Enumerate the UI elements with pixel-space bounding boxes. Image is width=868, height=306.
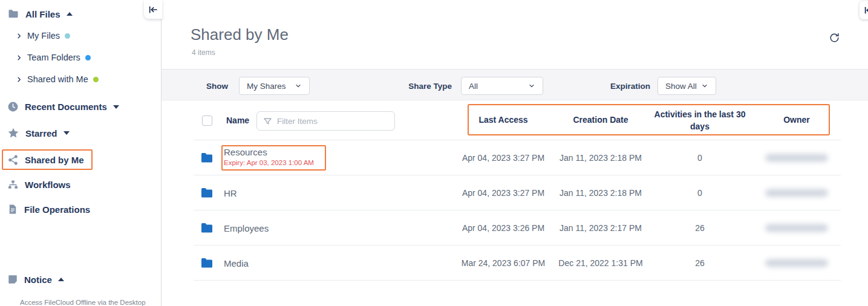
- workflow-icon: [7, 179, 19, 190]
- folder-icon: [7, 8, 19, 20]
- notice-text: Access FileCloud Offline via the Desktop: [20, 299, 159, 306]
- file-name[interactable]: HR: [224, 188, 237, 198]
- last-access-cell: Mar 24, 2023 6:07 PM: [452, 258, 555, 268]
- creation-date-cell: Jan 11, 2023 2:18 PM: [555, 153, 647, 163]
- folder-icon: [198, 151, 215, 165]
- chevron-right-icon: [16, 54, 22, 61]
- activities-cell: 26: [647, 223, 753, 233]
- expiration-filter-value: Show All: [665, 82, 697, 91]
- panel-collapse-button[interactable]: [860, 1, 868, 19]
- status-dot: [85, 55, 91, 60]
- table-row-resources[interactable]: Resources Expiry: Apr 03, 2023 1:00 AM A…: [162, 140, 868, 175]
- activities-cell: 0: [647, 188, 753, 198]
- funnel-icon: [263, 117, 272, 126]
- owner-redacted: [765, 189, 828, 197]
- sidebar-item-label: My Files: [27, 31, 60, 41]
- activities-cell: 26: [647, 258, 753, 268]
- sidebar-item-label: Starred: [25, 128, 57, 138]
- filter-items-field[interactable]: [256, 111, 395, 131]
- caret-down-icon[interactable]: [64, 131, 70, 135]
- sidebar-item-label: All Files: [25, 9, 60, 19]
- last-access-cell: Apr 04, 2023 3:26 PM: [452, 223, 555, 233]
- owner-column-header[interactable]: Owner: [753, 115, 840, 125]
- sidebar-item-all-files[interactable]: All Files: [7, 8, 73, 20]
- sidebar-item-workflows[interactable]: Workflows: [7, 179, 71, 190]
- last-access-column-header[interactable]: Last Access: [452, 115, 555, 125]
- collapse-left-icon: [148, 5, 158, 15]
- folder-icon: [198, 186, 215, 200]
- sidebar-item-team-folders[interactable]: Team Folders: [16, 53, 91, 62]
- collapse-left-icon: [864, 5, 868, 15]
- select-all-checkbox[interactable]: [202, 116, 212, 126]
- sidebar-item-my-files[interactable]: My Files: [16, 31, 70, 41]
- table-row-employees[interactable]: Employees Apr 04, 2023 3:26 PM Jan 11, 2…: [162, 210, 868, 246]
- caret-up-icon[interactable]: [67, 12, 73, 16]
- owner-redacted: [765, 259, 828, 267]
- share-icon: [7, 154, 19, 166]
- star-icon: [7, 127, 19, 139]
- sidebar-item-starred[interactable]: Starred: [7, 127, 70, 139]
- share-type-filter-label: Share Type: [400, 82, 452, 91]
- sidebar-item-shared-with-me[interactable]: Shared with Me: [16, 74, 99, 84]
- activities-column-header[interactable]: Activities in the last 30 days: [647, 108, 753, 132]
- chevron-down-icon: [295, 82, 302, 90]
- table-header: Name Last Access Creation Date Activitie…: [162, 100, 868, 140]
- sidebar-item-label: Shared with Me: [27, 74, 88, 84]
- creation-date-cell: Jan 11, 2023 2:18 PM: [555, 188, 647, 198]
- last-access-cell: Apr 04, 2023 3:27 PM: [452, 153, 555, 163]
- refresh-button[interactable]: [827, 30, 841, 45]
- last-access-cell: Apr 04, 2023 3:27 PM: [452, 188, 555, 198]
- filter-items-input[interactable]: [277, 117, 388, 126]
- sidebar-item-label: Shared by Me: [25, 155, 84, 165]
- caret-up-icon[interactable]: [58, 278, 64, 281]
- show-filter-select[interactable]: My Shares: [239, 77, 310, 95]
- creation-date-column-header[interactable]: Creation Date: [555, 115, 647, 125]
- clock-icon: [7, 101, 19, 112]
- creation-date-cell: Jan 11, 2023 2:17 PM: [555, 223, 647, 233]
- name-column-header: Name: [226, 116, 249, 125]
- filter-bar: Show My Shares Share Type All Expiration…: [162, 69, 868, 100]
- owner-redacted: [765, 154, 828, 162]
- refresh-icon: [829, 32, 840, 44]
- items-count: 4 items: [192, 48, 215, 57]
- sidebar-item-label: Notice: [24, 275, 52, 285]
- sidebar-item-file-operations[interactable]: File Operations: [7, 204, 90, 215]
- page-title: Shared by Me: [191, 25, 289, 44]
- expiration-filter-select[interactable]: Show All: [658, 77, 716, 95]
- share-type-filter-value: All: [469, 82, 478, 91]
- sidebar-item-label: Team Folders: [27, 53, 80, 62]
- expiry-label: Expiry: Apr 03, 2023 1:00 AM: [224, 159, 314, 166]
- file-name[interactable]: Employees: [224, 223, 269, 233]
- chevron-right-icon: [16, 33, 22, 39]
- notice-icon: [7, 274, 18, 285]
- file-name[interactable]: Media: [224, 258, 249, 269]
- sidebar-item-shared-by-me[interactable]: Shared by Me: [7, 154, 84, 166]
- owner-redacted: [765, 224, 828, 232]
- folder-icon: [198, 256, 215, 270]
- chevron-down-icon: [701, 82, 708, 90]
- show-filter-label: Show: [198, 82, 228, 91]
- sidebar-item-notice[interactable]: Notice: [7, 274, 64, 285]
- sidebar-item-label: File Operations: [24, 204, 90, 215]
- chevron-down-icon: [528, 82, 535, 90]
- caret-down-icon[interactable]: [113, 105, 119, 109]
- expiration-filter-label: Expiration: [599, 82, 650, 91]
- table-row-hr[interactable]: HR Apr 04, 2023 3:27 PM Jan 11, 2023 2:1…: [162, 175, 868, 210]
- chevron-right-icon: [16, 76, 22, 83]
- file-name-block[interactable]: Resources Expiry: Apr 03, 2023 1:00 AM: [224, 147, 314, 166]
- file-list: Resources Expiry: Apr 03, 2023 1:00 AM A…: [162, 140, 868, 281]
- creation-date-cell: Dec 21, 2022 1:31 PM: [555, 258, 647, 268]
- sidebar-item-recent-documents[interactable]: Recent Documents: [7, 101, 119, 112]
- show-filter-value: My Shares: [247, 82, 286, 91]
- activities-cell: 0: [647, 153, 753, 163]
- status-dot: [93, 77, 99, 82]
- share-type-filter-select[interactable]: All: [461, 77, 543, 95]
- table-row-media[interactable]: Media Mar 24, 2023 6:07 PM Dec 21, 2022 …: [162, 246, 868, 281]
- file-icon: [7, 204, 18, 215]
- status-dot: [65, 33, 70, 39]
- sidebar-collapse-button[interactable]: [144, 0, 162, 19]
- file-name[interactable]: Resources: [224, 147, 314, 157]
- sidebar-item-label: Recent Documents: [25, 102, 107, 112]
- sidebar-item-label: Workflows: [25, 180, 71, 190]
- sidebar: All Files My Files Team Folders Shared w…: [0, 0, 162, 306]
